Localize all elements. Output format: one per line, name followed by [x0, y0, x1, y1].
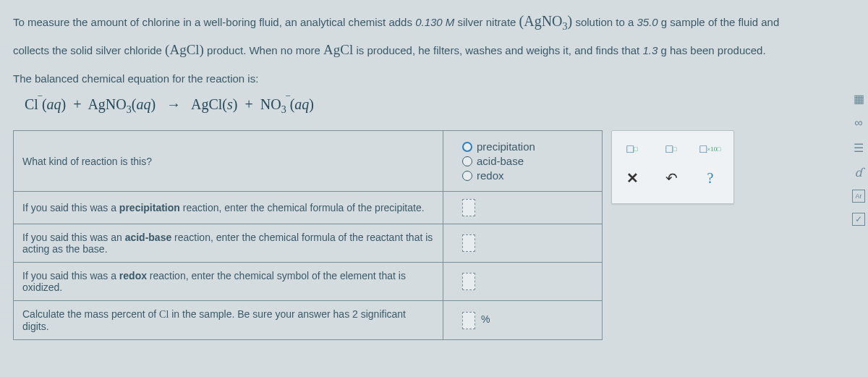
question-cell: If you said this was a precipitation rea…	[14, 192, 443, 224]
answer-cell	[443, 224, 603, 263]
text: collects the solid silver chloride	[13, 44, 165, 56]
answer-cell	[443, 263, 603, 301]
mass-unit: g	[660, 44, 666, 56]
data-icon[interactable]: ɗ	[851, 165, 866, 179]
answer-cell	[443, 192, 603, 224]
text: silver nitrate	[458, 16, 519, 28]
answer-cell: %	[443, 301, 603, 340]
text: solution to a	[575, 16, 637, 28]
clear-button[interactable]: ✕	[619, 167, 645, 189]
molarity-unit: M	[446, 16, 455, 28]
question-cell: Calculate the mass percent of Cl in the …	[14, 301, 443, 340]
agcl-formula: (AgCl)	[165, 42, 204, 57]
radio-icon	[462, 171, 472, 181]
radio-icon	[462, 142, 472, 152]
radio-label: acid-base	[477, 155, 524, 167]
side-toolbar: ▦ ∞ ☰ ɗ Ar ✓	[849, 87, 868, 230]
agno3-formula: (AgNO3)	[519, 13, 573, 29]
question-cell: What kind of reaction is this?	[14, 131, 443, 192]
undo-button[interactable]: ↶	[658, 167, 684, 189]
question-cell: If you said this was a redox reaction, e…	[14, 263, 443, 301]
text: sample of the fluid and	[670, 16, 779, 28]
periodic-icon[interactable]: Ar	[852, 190, 865, 203]
product-mass: 1.3	[642, 44, 658, 56]
page-icon[interactable]: ▦	[851, 91, 866, 106]
table-row: If you said this was an acid-base reacti…	[14, 224, 603, 263]
sample-mass: 35.0	[637, 16, 658, 28]
chemical-equation: Cl− (aq) + AgNO3(aq) → AgCl(s) + NO3− (a…	[13, 89, 855, 129]
radio-precipitation[interactable]: precipitation	[462, 140, 593, 153]
mass-unit: g	[661, 16, 667, 28]
percent-unit: %	[481, 313, 490, 325]
superscript-button[interactable]: □□	[619, 138, 645, 160]
question-cell: If you said this was an acid-base reacti…	[14, 224, 443, 263]
table-row: Calculate the mass percent of Cl in the …	[14, 301, 603, 340]
sci-notation-button[interactable]: □×10□	[697, 138, 723, 160]
table-row: If you said this was a precipitation rea…	[14, 192, 603, 224]
formula-input[interactable]	[462, 234, 475, 252]
agcl-plain: AgCl	[323, 42, 353, 57]
answer-cell: precipitation acid-base redox	[443, 131, 603, 192]
text: is produced, he filters, washes and weig…	[356, 44, 642, 56]
text: has been produced.	[670, 44, 766, 56]
text: To measure the amount of chlorine in a w…	[13, 16, 415, 28]
radio-icon	[462, 156, 472, 166]
list-icon[interactable]: ☰	[851, 140, 866, 155]
text: The balanced chemical equation for the r…	[13, 72, 258, 85]
text: product. When no more	[207, 44, 323, 56]
symbol-palette: □□ □□ □×10□ ✕ ↶ ?	[611, 130, 734, 204]
help-button[interactable]: ?	[697, 167, 723, 189]
molarity-value: 0.130	[415, 16, 443, 28]
radio-label: precipitation	[477, 140, 535, 153]
subscript-button[interactable]: □□	[658, 138, 684, 160]
question-table: What kind of reaction is this? precipita…	[13, 130, 603, 340]
formula-input[interactable]	[462, 199, 475, 216]
table-row: If you said this was a redox reaction, e…	[14, 263, 603, 301]
check-icon[interactable]: ✓	[852, 213, 865, 226]
radio-redox[interactable]: redox	[462, 169, 593, 182]
formula-input[interactable]	[462, 273, 475, 290]
radio-label: redox	[477, 169, 504, 182]
percent-input[interactable]	[462, 312, 475, 329]
problem-area: To measure the amount of chlorine in a w…	[0, 0, 868, 347]
radio-acid-base[interactable]: acid-base	[462, 155, 593, 167]
table-row: What kind of reaction is this? precipita…	[14, 131, 603, 192]
problem-statement: To measure the amount of chlorine in a w…	[13, 7, 855, 89]
infinity-icon[interactable]: ∞	[851, 116, 866, 130]
